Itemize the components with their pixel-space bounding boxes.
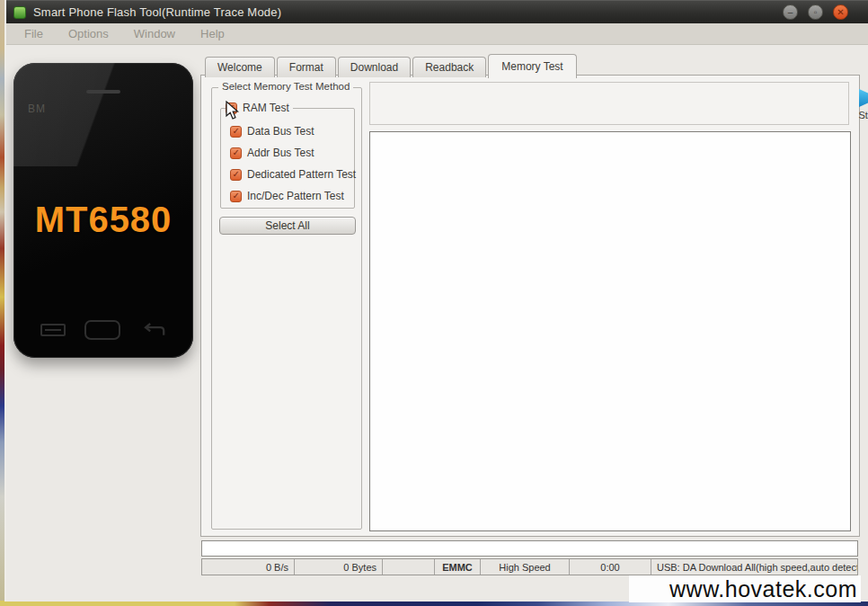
incdec-pattern-test-row[interactable]: Inc/Dec Pattern Test — [230, 190, 356, 202]
screen: Smart Phone Flash Tool(Runtime Trace Mod… — [0, 0, 868, 606]
progress-bar — [201, 540, 858, 557]
phone-preview-image: BM MT6580 — [13, 63, 193, 358]
app-icon — [13, 6, 26, 19]
minimize-button[interactable]: – — [783, 4, 798, 20]
watermark: www.hovatek.com — [629, 575, 861, 602]
phone-brand-label: BM — [28, 102, 46, 115]
ram-test-label: RAM Test — [243, 102, 289, 114]
addr-bus-test-checkbox[interactable] — [230, 147, 242, 159]
start-button[interactable]: Start — [837, 85, 868, 123]
tab-memory-test[interactable]: Memory Test — [488, 54, 576, 78]
status-storage-type: EMMC — [435, 559, 481, 575]
groupbox-title: Select Memory Test Method — [218, 81, 353, 92]
ram-test-group: RAM Test Data Bus Test Addr Bus Test — [220, 108, 355, 209]
status-usb-mode: USB: DA Download All(high speed,auto det… — [651, 559, 857, 575]
dedicated-pattern-test-row[interactable]: Dedicated Pattern Test — [230, 168, 356, 181]
phone-speaker — [86, 90, 120, 94]
menu-bar: File Options Window Help — [6, 23, 868, 45]
start-icon — [857, 88, 868, 108]
data-bus-test-checkbox[interactable] — [230, 126, 242, 138]
phone-model-label: MT6580 — [13, 200, 193, 240]
test-output-panel — [369, 131, 851, 531]
data-bus-test-row[interactable]: Data Bus Test — [230, 125, 356, 138]
test-toolbar: Start Stop — [369, 82, 849, 125]
status-speed: 0 B/s — [202, 559, 295, 575]
menu-file[interactable]: File — [12, 27, 56, 40]
select-all-button[interactable]: Select All — [219, 217, 356, 235]
start-label: Start — [858, 110, 868, 120]
status-spare — [383, 559, 435, 575]
tab-readback[interactable]: Readback — [412, 57, 486, 77]
status-bar: 0 B/s 0 Bytes EMMC High Speed 0:00 USB: … — [201, 558, 858, 575]
title-bar: Smart Phone Flash Tool(Runtime Trace Mod… — [6, 0, 868, 23]
menu-help[interactable]: Help — [188, 27, 237, 40]
phone-menu-icon — [40, 324, 66, 336]
memory-test-page: Select Memory Test Method RAM Test Data … — [200, 75, 860, 537]
incdec-pattern-test-label: Inc/Dec Pattern Test — [247, 190, 344, 202]
incdec-pattern-test-checkbox[interactable] — [230, 191, 242, 202]
phone-nav-buttons — [13, 320, 193, 340]
close-button[interactable]: ✕ — [833, 4, 848, 20]
dedicated-pattern-test-checkbox[interactable] — [230, 169, 242, 181]
dedicated-pattern-test-label: Dedicated Pattern Test — [247, 168, 356, 181]
app-window: Smart Phone Flash Tool(Runtime Trace Mod… — [4, 0, 868, 602]
window-controls: – ▫ ✕ — [783, 4, 868, 20]
tab-strip: Welcome Format Download Readback Memory … — [205, 54, 579, 77]
status-bytes: 0 Bytes — [295, 559, 383, 575]
window-title: Smart Phone Flash Tool(Runtime Trace Mod… — [33, 5, 281, 19]
tab-format[interactable]: Format — [277, 57, 336, 77]
phone-home-icon — [84, 320, 120, 340]
addr-bus-test-label: Addr Bus Test — [247, 147, 314, 159]
maximize-button[interactable]: ▫ — [808, 4, 823, 20]
sub-test-list: Data Bus Test Addr Bus Test Dedicated Pa… — [230, 125, 356, 202]
status-elapsed-time: 0:00 — [570, 559, 651, 575]
addr-bus-test-row[interactable]: Addr Bus Test — [230, 147, 356, 159]
phone-back-icon — [139, 321, 166, 339]
test-method-groupbox: Select Memory Test Method RAM Test Data … — [211, 87, 362, 530]
menu-options[interactable]: Options — [56, 27, 121, 40]
tab-welcome[interactable]: Welcome — [205, 57, 275, 77]
menu-window[interactable]: Window — [121, 27, 188, 40]
tab-download[interactable]: Download — [338, 57, 411, 77]
mouse-cursor — [226, 101, 240, 120]
status-usb-speed: High Speed — [481, 559, 570, 575]
data-bus-test-label: Data Bus Test — [247, 125, 314, 138]
